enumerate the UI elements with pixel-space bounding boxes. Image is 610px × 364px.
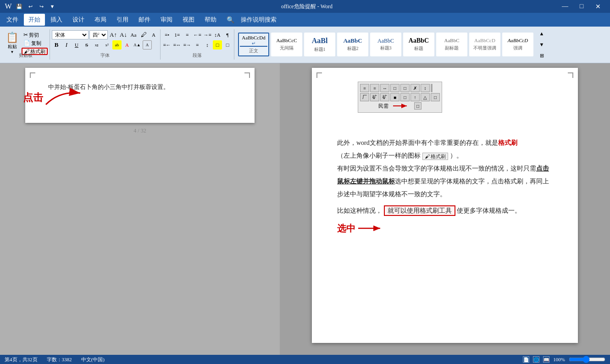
style-emphasis[interactable]: AaBbCcD 强调: [502, 33, 533, 56]
mini-btn-e[interactable]: □: [400, 93, 410, 101]
font-group: 宋体 四号 三号 小四 A↑ A↓ Aa 🖊 A B I U: [50, 29, 161, 60]
menu-search[interactable]: 操作说明搜索: [236, 14, 281, 26]
mini-btn-3[interactable]: ↔: [380, 84, 389, 92]
menu-file[interactable]: 文件: [2, 14, 23, 26]
style-title[interactable]: AaBbC 标题: [403, 33, 434, 56]
view-read-button[interactable]: 📖: [543, 356, 549, 363]
paste-button[interactable]: 📋 粘贴 ▼: [4, 30, 21, 55]
view-print-button[interactable]: 📄: [523, 356, 529, 363]
title-bar: W 💾 ↩ ↪ ▼ office危险提醒 - Word — □ ✕: [0, 0, 610, 13]
increase-indent-button[interactable]: →≡: [203, 30, 212, 39]
shading-button[interactable]: □: [213, 40, 222, 50]
mini-btn-h[interactable]: □: [431, 93, 440, 101]
clear-format-button[interactable]: 🖊: [139, 30, 148, 39]
mini-btn-7[interactable]: ↕: [421, 84, 430, 92]
mini-btn-g[interactable]: △: [421, 93, 430, 101]
left-panel: 点击 中并始-板蛋石卜角的小三角中打并板蓉设置。 4 / 32: [0, 63, 280, 355]
ribbon: 📋 粘贴 ▼ ✂ 剪切 📄 复制 🖌: [0, 27, 610, 63]
menu-help[interactable]: 帮助: [200, 14, 221, 26]
underline-button[interactable]: U: [72, 40, 81, 50]
subscript-button[interactable]: x₂: [92, 40, 101, 50]
paragraph-group: ≡• 1≡ ≡ ←≡ →≡ ↕A ¶ ≡← ≡↔ ≡→ ≡ ↕ □ □: [161, 29, 234, 60]
word-logo-icon: W: [4, 2, 13, 11]
mini-toolbar-label-row: 民需 □: [360, 101, 440, 110]
bullets-button[interactable]: ≡•: [162, 30, 172, 39]
status-lang: 中文(中国): [81, 356, 105, 363]
copy-button[interactable]: 📄 复制: [22, 39, 48, 47]
menu-layout[interactable]: 布局: [90, 14, 111, 26]
paragraph-1: 此外，word文档的开始界面中有个非常重要的存在，就是格式刷: [337, 137, 553, 149]
right-panel: ≡ ≡ ↔ □ □ ✗ ↕ 厂 矿 矿 ■ □ ↑ △ □: [280, 63, 610, 355]
style-heading2[interactable]: AaBbC 标题2: [337, 33, 368, 56]
style-heading3[interactable]: AaBbC 标题3: [370, 33, 401, 56]
maximize-button[interactable]: □: [573, 0, 590, 13]
menu-references[interactable]: 引用: [112, 14, 133, 26]
mini-btn-4[interactable]: □: [390, 84, 399, 92]
paragraph-2: （左上角像小刷子一样的图标 🖌 格式刷 ）。: [337, 149, 553, 162]
line-spacing-button[interactable]: ↕: [203, 40, 212, 50]
mini-btn-b[interactable]: 矿: [370, 93, 379, 101]
decrease-indent-button[interactable]: ←≡: [193, 30, 202, 39]
menu-home[interactable]: 开始: [24, 14, 45, 26]
view-web-button[interactable]: 🌐: [533, 356, 539, 363]
mini-btn-2[interactable]: ≡: [370, 84, 379, 92]
menu-insert[interactable]: 插入: [46, 14, 67, 26]
borders-button[interactable]: □: [223, 40, 232, 50]
border-button[interactable]: A: [143, 40, 152, 50]
show-marks-button[interactable]: ¶: [223, 30, 232, 39]
numbering-button[interactable]: 1≡: [172, 30, 182, 39]
menu-view[interactable]: 视图: [178, 14, 199, 26]
style-normal[interactable]: AaBbCcDd ↵ 正文: [238, 33, 269, 56]
cut-button[interactable]: ✂ 剪切: [22, 31, 48, 39]
page-indicator: 4 / 32: [0, 127, 280, 134]
menu-mailings[interactable]: 邮件: [134, 14, 155, 26]
styles-scroll-up[interactable]: ▲: [537, 29, 546, 38]
redo-icon[interactable]: ↪: [37, 2, 46, 11]
page-corner-tr: [244, 72, 250, 78]
sort-button[interactable]: ↕A: [213, 30, 222, 39]
change-case-button[interactable]: Aa: [129, 30, 138, 39]
font-color2-button[interactable]: A: [122, 40, 132, 50]
styles-scroll-down[interactable]: ▼: [537, 40, 546, 49]
strikethrough-button[interactable]: S: [82, 40, 91, 50]
mini-btn-d[interactable]: ■: [390, 93, 399, 101]
mini-btn-1[interactable]: ≡: [360, 84, 369, 92]
zoom-slider[interactable]: [569, 356, 605, 363]
justify-button[interactable]: ≡: [193, 40, 202, 50]
bold-button[interactable]: B: [52, 40, 61, 50]
style-subtle-emphasis[interactable]: AaBbCcD 不明显强调: [469, 33, 500, 56]
mini-btn-6[interactable]: ✗: [410, 84, 420, 92]
customize-icon[interactable]: ▼: [48, 2, 57, 11]
align-left-button[interactable]: ≡←: [162, 40, 172, 50]
status-pages: 第4页，共32页: [5, 356, 38, 363]
font-name-select[interactable]: 宋体: [52, 30, 89, 39]
style-no-spacing[interactable]: AaBbCcC 无间隔: [271, 33, 302, 56]
menu-design[interactable]: 设计: [68, 14, 89, 26]
undo-icon[interactable]: ↩: [26, 2, 35, 11]
decrease-font-button[interactable]: A↓: [119, 30, 128, 39]
close-button[interactable]: ✕: [590, 0, 606, 13]
mini-btn-5[interactable]: □: [400, 84, 410, 92]
mini-btn-c[interactable]: 矿: [380, 93, 389, 101]
align-right-button[interactable]: ≡→: [183, 40, 192, 50]
multilevel-button[interactable]: ≡: [183, 30, 192, 39]
mini-btn-f[interactable]: ↑: [410, 93, 420, 101]
increase-font-button[interactable]: A↑: [109, 30, 118, 39]
style-subtitle[interactable]: AaBbC 副标题: [436, 33, 467, 56]
styles-expand[interactable]: ⊞: [537, 51, 546, 60]
style-heading1[interactable]: AaBl 标题1: [304, 33, 335, 56]
para4-start: 比如这种情况，: [337, 207, 382, 214]
mini-toolbar-arrow: [392, 102, 410, 110]
align-center-button[interactable]: ≡↔: [172, 40, 182, 50]
minimize-button[interactable]: —: [557, 0, 573, 13]
shade-button[interactable]: A▲: [133, 40, 142, 50]
menu-review[interactable]: 审阅: [156, 14, 177, 26]
italic-button[interactable]: I: [62, 40, 71, 50]
highlight-button[interactable]: ab: [112, 40, 122, 50]
font-size-select[interactable]: 四号 三号 小四: [89, 30, 108, 39]
mini-btn-a[interactable]: 厂: [360, 93, 369, 101]
mini-target-icon[interactable]: □: [414, 102, 421, 110]
save-icon[interactable]: 💾: [15, 2, 24, 11]
superscript-button[interactable]: x²: [102, 40, 111, 50]
font-color-button[interactable]: A: [149, 30, 158, 39]
